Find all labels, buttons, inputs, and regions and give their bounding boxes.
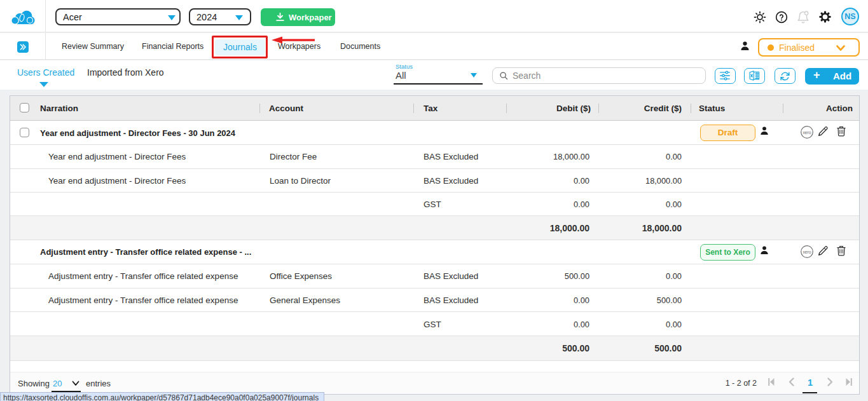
svg-text:xero: xero <box>803 130 811 135</box>
svg-text:xero: xero <box>803 250 811 254</box>
